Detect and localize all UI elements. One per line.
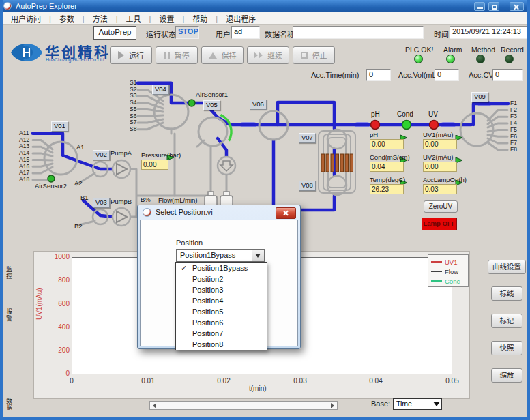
scroll-right-icon bbox=[331, 403, 334, 408]
scroll-right-button[interactable] bbox=[328, 402, 337, 409]
uv-sensor-dot bbox=[430, 121, 439, 130]
pump-a bbox=[113, 160, 130, 178]
acclamp-readout-label: AccLampOn(h) bbox=[423, 176, 467, 183]
mark-button[interactable]: 标记 bbox=[491, 314, 522, 328]
air-sensor2-led bbox=[48, 175, 55, 182]
valve-tag-v01[interactable]: V01 bbox=[51, 121, 68, 132]
curve-settings-button[interactable]: 曲线设置 bbox=[488, 260, 526, 274]
combo-dropdown-button[interactable] bbox=[252, 250, 264, 261]
y-tick: 0 bbox=[46, 370, 70, 377]
y-axis-label: UV1(mAu) bbox=[35, 288, 43, 320]
y-tick: 200 bbox=[46, 346, 70, 354]
valve-v09[interactable] bbox=[460, 113, 493, 146]
scroll-left-button[interactable] bbox=[150, 402, 159, 409]
valve-tag-v08[interactable]: V08 bbox=[299, 181, 316, 191]
pipe-connectors bbox=[243, 104, 488, 125]
ph-readout-label: pH bbox=[370, 131, 378, 138]
x-tick: 0.02 bbox=[210, 377, 237, 385]
option-position4[interactable]: Position4 bbox=[176, 295, 267, 306]
zero-uv-button[interactable]: ZeroUV bbox=[424, 200, 458, 213]
position-selected-value: Position1Bypass bbox=[180, 251, 235, 259]
lamp-off-button[interactable]: Lamp OFF bbox=[422, 217, 457, 230]
option-position8[interactable]: Position8 bbox=[176, 339, 267, 350]
flow-label: Flow(mL/min) bbox=[158, 196, 198, 204]
valve-v08[interactable] bbox=[327, 176, 347, 195]
x-tick: 0 bbox=[58, 377, 85, 385]
valve-tag-v04[interactable]: V04 bbox=[152, 85, 169, 95]
position-dropdown-list: ✓Position1Bypass Position2 Position3 Pos… bbox=[175, 262, 267, 350]
cond-dot-label: Cond bbox=[397, 110, 413, 118]
option-position6[interactable]: Position6 bbox=[176, 317, 267, 328]
option-position5[interactable]: Position5 bbox=[176, 306, 267, 317]
option-position2[interactable]: Position2 bbox=[176, 273, 267, 284]
valve-tag-v07[interactable]: V07 bbox=[299, 133, 316, 143]
valve-v07[interactable] bbox=[327, 130, 347, 149]
dialog-close-button[interactable] bbox=[276, 207, 296, 219]
uv1-readout-value: 0.00 bbox=[423, 139, 457, 149]
autoprep-window: AutoPrep Explorer 用户访问| 参数| 方法| 工具| 设置| … bbox=[0, 0, 530, 420]
ph-sensor-dot bbox=[371, 121, 380, 130]
labview-vi-icon bbox=[143, 208, 151, 217]
base-value: Time bbox=[396, 400, 412, 408]
option-position3[interactable]: Position3 bbox=[176, 284, 267, 295]
snapshot-button[interactable]: 快照 bbox=[491, 341, 522, 355]
air-sensor1-label: AirSensor1 bbox=[196, 91, 228, 98]
chevron-down-icon bbox=[433, 402, 440, 406]
pump-b bbox=[113, 208, 130, 226]
cond-sensor-dot bbox=[402, 121, 411, 130]
conc-legend-line bbox=[431, 280, 442, 282]
uv1-legend-label: UV1 bbox=[445, 258, 457, 266]
conc-legend-label: Conc bbox=[445, 278, 460, 285]
uv2-readout-value: 0.00 bbox=[423, 162, 457, 172]
cond-readout-value: 0.04 bbox=[370, 162, 404, 172]
valve-tag-v06[interactable]: V06 bbox=[250, 100, 267, 110]
air-sensor2-label: AirSensor2 bbox=[35, 182, 67, 190]
side-tab-data[interactable]: 数据 bbox=[5, 397, 14, 411]
flow-legend-line bbox=[431, 271, 442, 272]
a-port-labels: A11A12 A13A14 A15A16 A17A18 bbox=[19, 130, 29, 183]
ph-dot-label: pH bbox=[371, 110, 380, 118]
select-position-dialog: Select Position.vi Position Position1Byp… bbox=[137, 205, 301, 349]
flow-legend-label: Flow bbox=[445, 268, 458, 275]
y-tick: 600 bbox=[46, 300, 70, 308]
x-tick: 0.04 bbox=[362, 377, 389, 385]
horizontal-scrollbar[interactable] bbox=[149, 401, 338, 410]
uv1-readout-label: UV1(mAu) bbox=[423, 131, 453, 138]
chart-legend: UV1 Flow Conc bbox=[428, 254, 469, 287]
option-position7[interactable]: Position7 bbox=[176, 328, 267, 339]
temp-readout-value: 26.23 bbox=[370, 184, 404, 194]
s-port-labels: S1S2 S3S4 S5S6 S7S8 bbox=[130, 80, 136, 133]
dialog-title-bar[interactable]: Select Position.vi bbox=[138, 205, 300, 220]
option-position1bypass[interactable]: ✓Position1Bypass bbox=[176, 262, 267, 273]
valve-tag-v05[interactable]: V05 bbox=[203, 100, 220, 110]
checkmark-icon: ✓ bbox=[181, 262, 187, 273]
valve-tag-v03[interactable]: V03 bbox=[93, 198, 110, 208]
base-dropdown[interactable]: Time bbox=[393, 398, 442, 410]
a1-label: A1 bbox=[76, 143, 85, 151]
b2-label: B2 bbox=[74, 222, 83, 230]
x-tick: 0.03 bbox=[286, 377, 314, 385]
valve-v05[interactable] bbox=[198, 117, 227, 146]
position-combobox[interactable]: Position1Bypass bbox=[176, 249, 265, 262]
pump-b-label: PumpB bbox=[111, 198, 132, 205]
air-sensor1-led bbox=[188, 100, 195, 106]
side-tab-alarm[interactable]: 报警 bbox=[5, 308, 14, 322]
x-axis-label: t(min) bbox=[249, 385, 267, 392]
position-label: Position bbox=[176, 239, 203, 247]
marker-line-button[interactable]: 标线 bbox=[491, 286, 522, 301]
a2-label: A2 bbox=[74, 179, 83, 187]
y-tick: 400 bbox=[46, 323, 70, 331]
injector-icon bbox=[218, 157, 235, 175]
uv-dot-label: UV bbox=[428, 110, 438, 118]
y-tick: 1000 bbox=[46, 253, 70, 260]
ph-readout-value: 0.00 bbox=[370, 139, 404, 149]
valve-tag-v02[interactable]: V02 bbox=[93, 150, 110, 160]
valve-tag-v09[interactable]: V09 bbox=[471, 92, 488, 102]
pressure-label: Pressure(bar) bbox=[141, 151, 181, 159]
zoom-button[interactable]: 缩放 bbox=[491, 368, 522, 382]
acclamp-readout-value: 0.03 bbox=[423, 184, 457, 194]
y-tick: 800 bbox=[46, 276, 70, 284]
scroll-left-icon bbox=[153, 403, 156, 408]
temp-readout-label: Temp(degC) bbox=[370, 176, 405, 183]
side-tab-monitor[interactable]: 监控 bbox=[5, 266, 14, 280]
